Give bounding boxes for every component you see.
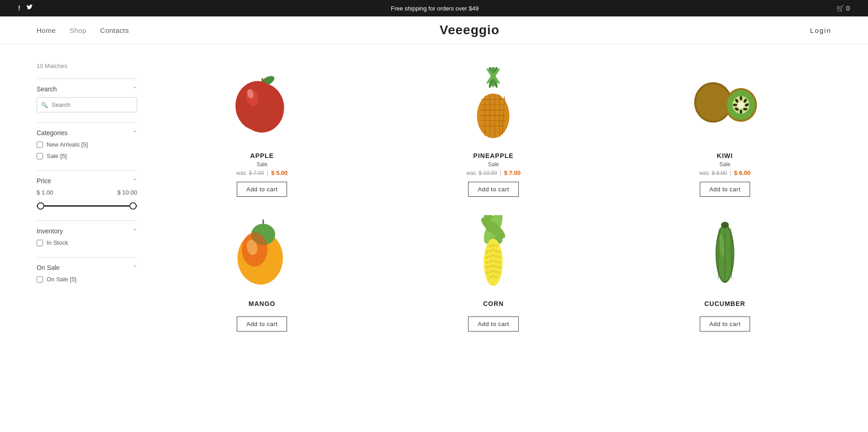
search-filter-header[interactable]: Search ⌃ bbox=[37, 85, 137, 93]
svg-point-52 bbox=[489, 250, 492, 253]
corn-image bbox=[470, 215, 516, 288]
category-new-arrivals-label: New Arrivals [5] bbox=[47, 141, 88, 148]
svg-point-48 bbox=[495, 245, 498, 248]
cart-count: 0 bbox=[846, 5, 850, 12]
svg-point-69 bbox=[486, 266, 489, 269]
svg-point-49 bbox=[489, 245, 492, 248]
nav-shop[interactable]: Shop bbox=[69, 26, 86, 34]
add-to-cart-cucumber[interactable]: Add to cart bbox=[700, 316, 750, 332]
cart-icon: 🛒 bbox=[836, 5, 844, 12]
inventory-filter-header[interactable]: Inventory ⌃ bbox=[37, 227, 137, 235]
product-image-wrap-apple bbox=[221, 63, 303, 145]
add-to-cart-corn[interactable]: Add to cart bbox=[468, 316, 518, 332]
product-name-kiwi: KIWI bbox=[717, 152, 733, 159]
search-filter-label: Search bbox=[37, 85, 57, 93]
nav-contacts[interactable]: Contacts bbox=[100, 26, 129, 34]
svg-point-59 bbox=[486, 256, 489, 258]
svg-point-73 bbox=[498, 271, 501, 274]
product-badge-pineapple: Sale bbox=[488, 161, 499, 168]
add-to-cart-mango[interactable]: Add to cart bbox=[237, 316, 287, 332]
inventory-in-stock-checkbox[interactable] bbox=[37, 240, 43, 246]
categories-filter-header[interactable]: Categories ⌃ bbox=[37, 129, 137, 137]
svg-point-58 bbox=[498, 256, 501, 258]
svg-point-74 bbox=[486, 271, 489, 274]
svg-point-63 bbox=[498, 261, 501, 264]
svg-point-51 bbox=[495, 250, 498, 253]
on-sale-filter-section: On Sale ⌃ On Sale [5] bbox=[37, 257, 137, 294]
search-filter-section: Search ⌃ 🔍 bbox=[37, 79, 137, 122]
nav-home[interactable]: Home bbox=[37, 26, 56, 34]
product-pricing-kiwi: was $ 8.00 | $ 6.00 bbox=[699, 169, 751, 176]
product-image-wrap-mango bbox=[221, 211, 303, 293]
svg-point-53 bbox=[498, 251, 501, 253]
promo-text: Free shipping for orders over $49 bbox=[391, 5, 479, 12]
apple-image bbox=[232, 72, 292, 136]
category-sale-checkbox[interactable] bbox=[37, 153, 43, 159]
inventory-label: Inventory bbox=[37, 227, 63, 235]
twitter-icon[interactable] bbox=[27, 5, 33, 12]
top-bar: f Free shipping for orders over $49 🛒 0 bbox=[0, 0, 868, 16]
facebook-icon[interactable]: f bbox=[18, 5, 20, 12]
product-card-mango: MANGO Add to cart bbox=[155, 211, 368, 332]
search-input-wrap: 🔍 bbox=[37, 97, 137, 112]
categories-chevron-icon: ⌃ bbox=[133, 130, 137, 136]
on-sale-filter-header[interactable]: On Sale ⌃ bbox=[37, 264, 137, 271]
svg-point-60 bbox=[492, 259, 495, 262]
slider-thumb-left[interactable] bbox=[37, 202, 44, 210]
kiwi-image bbox=[691, 76, 759, 131]
svg-point-65 bbox=[492, 264, 495, 267]
pineapple-image bbox=[466, 67, 521, 140]
product-image-wrap-pineapple bbox=[452, 63, 534, 145]
products-area: APPLE Sale was $ 7.00 | $ 5.00 Add to ca… bbox=[155, 63, 831, 332]
on-sale-checkbox[interactable] bbox=[37, 276, 43, 283]
category-sale: Sale [5] bbox=[37, 153, 137, 159]
old-price-pineapple: $ 10.00 bbox=[479, 170, 497, 176]
category-new-arrivals-checkbox[interactable] bbox=[37, 142, 43, 148]
categories-filter-section: Categories ⌃ New Arrivals [5] Sale [5] bbox=[37, 122, 137, 170]
divider-kiwi: | bbox=[730, 169, 731, 176]
svg-point-62 bbox=[489, 260, 492, 263]
slider-track bbox=[37, 205, 137, 207]
slider-thumb-right[interactable] bbox=[129, 202, 137, 210]
product-image-wrap-corn bbox=[452, 211, 534, 293]
cart-icon-wrap[interactable]: 🛒 0 bbox=[836, 5, 850, 12]
product-card-cucumber: CUCUMBER Add to cart bbox=[618, 211, 831, 332]
search-input[interactable] bbox=[37, 97, 137, 112]
add-to-cart-apple[interactable]: Add to cart bbox=[237, 182, 287, 197]
svg-point-54 bbox=[486, 251, 489, 253]
products-grid: APPLE Sale was $ 7.00 | $ 5.00 Add to ca… bbox=[155, 63, 831, 332]
on-sale-item: On Sale [5] bbox=[37, 276, 137, 283]
price-slider[interactable] bbox=[37, 201, 137, 211]
login-link[interactable]: Login bbox=[810, 26, 831, 34]
product-name-mango: MANGO bbox=[249, 300, 276, 307]
nav-bar: Home Shop Contacts Veeeggio Login bbox=[0, 16, 868, 44]
svg-point-67 bbox=[489, 265, 492, 268]
add-to-cart-pineapple[interactable]: Add to cart bbox=[468, 182, 518, 197]
product-image-wrap-cucumber bbox=[684, 211, 766, 293]
was-label-apple: was bbox=[236, 170, 246, 176]
product-badge-apple: Sale bbox=[256, 161, 267, 168]
on-sale-label: On Sale bbox=[37, 264, 60, 271]
svg-point-68 bbox=[498, 266, 501, 269]
on-sale-item-label: On Sale [5] bbox=[47, 276, 76, 283]
product-badge-kiwi: Sale bbox=[719, 161, 730, 168]
new-price-pineapple: $ 7.00 bbox=[504, 169, 521, 176]
svg-point-47 bbox=[492, 244, 495, 247]
nav-links: Home Shop Contacts bbox=[37, 26, 129, 34]
price-max: $ 10.00 bbox=[117, 189, 137, 196]
price-filter-header[interactable]: Price ⌃ bbox=[37, 177, 137, 184]
product-card-corn: CORN Add to cart bbox=[387, 211, 600, 332]
inventory-in-stock: In Stock bbox=[37, 239, 137, 246]
product-pricing-pineapple: was $ 10.00 | $ 7.00 bbox=[466, 169, 521, 176]
social-links: f bbox=[18, 5, 33, 12]
category-new-arrivals: New Arrivals [5] bbox=[37, 141, 137, 148]
was-label-kiwi: was bbox=[699, 170, 709, 176]
price-chevron-icon: ⌃ bbox=[133, 178, 137, 184]
svg-point-33 bbox=[743, 108, 747, 111]
svg-point-71 bbox=[495, 270, 498, 273]
inventory-chevron-icon: ⌃ bbox=[133, 228, 137, 234]
svg-point-36 bbox=[733, 104, 737, 106]
add-to-cart-kiwi[interactable]: Add to cart bbox=[700, 182, 750, 197]
category-sale-label: Sale [5] bbox=[47, 153, 67, 159]
main-content: 10 Matches Search ⌃ 🔍 Categories ⌃ New A… bbox=[0, 44, 868, 350]
